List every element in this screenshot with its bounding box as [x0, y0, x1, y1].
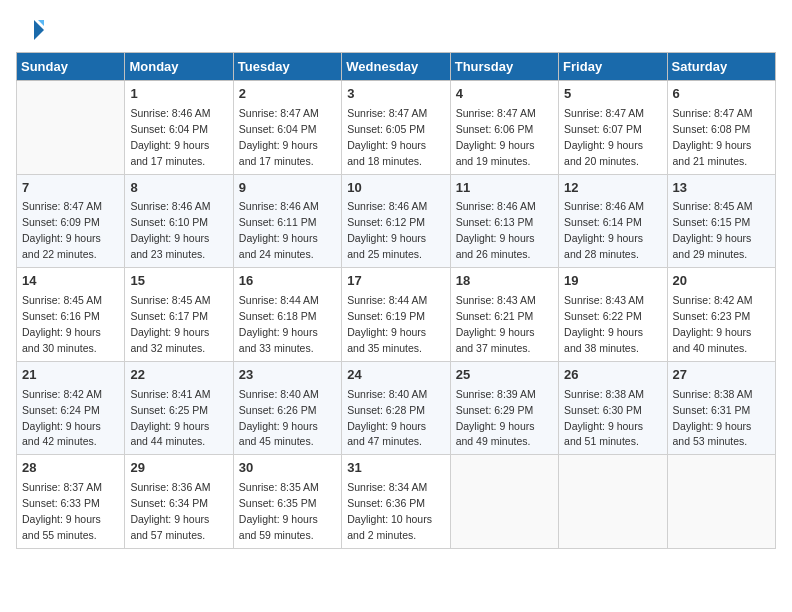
day-detail: Sunrise: 8:46 AMSunset: 6:04 PMDaylight:… — [130, 107, 210, 167]
day-detail: Sunrise: 8:44 AMSunset: 6:18 PMDaylight:… — [239, 294, 319, 354]
day-number: 11 — [456, 179, 553, 198]
calendar-cell: 3Sunrise: 8:47 AMSunset: 6:05 PMDaylight… — [342, 81, 450, 175]
day-number: 10 — [347, 179, 444, 198]
calendar-cell: 29Sunrise: 8:36 AMSunset: 6:34 PMDayligh… — [125, 455, 233, 549]
day-number: 19 — [564, 272, 661, 291]
day-detail: Sunrise: 8:41 AMSunset: 6:25 PMDaylight:… — [130, 388, 210, 448]
day-number: 24 — [347, 366, 444, 385]
day-detail: Sunrise: 8:40 AMSunset: 6:26 PMDaylight:… — [239, 388, 319, 448]
calendar-cell — [17, 81, 125, 175]
day-number: 25 — [456, 366, 553, 385]
day-number: 20 — [673, 272, 770, 291]
day-detail: Sunrise: 8:38 AMSunset: 6:30 PMDaylight:… — [564, 388, 644, 448]
calendar-cell: 14Sunrise: 8:45 AMSunset: 6:16 PMDayligh… — [17, 268, 125, 362]
day-number: 7 — [22, 179, 119, 198]
day-number: 13 — [673, 179, 770, 198]
col-header-sunday: Sunday — [17, 53, 125, 81]
day-detail: Sunrise: 8:34 AMSunset: 6:36 PMDaylight:… — [347, 481, 432, 541]
day-detail: Sunrise: 8:46 AMSunset: 6:13 PMDaylight:… — [456, 200, 536, 260]
day-detail: Sunrise: 8:47 AMSunset: 6:07 PMDaylight:… — [564, 107, 644, 167]
day-detail: Sunrise: 8:44 AMSunset: 6:19 PMDaylight:… — [347, 294, 427, 354]
day-number: 8 — [130, 179, 227, 198]
day-number: 29 — [130, 459, 227, 478]
calendar-cell: 11Sunrise: 8:46 AMSunset: 6:13 PMDayligh… — [450, 174, 558, 268]
col-header-thursday: Thursday — [450, 53, 558, 81]
day-number: 31 — [347, 459, 444, 478]
calendar-cell: 24Sunrise: 8:40 AMSunset: 6:28 PMDayligh… — [342, 361, 450, 455]
day-detail: Sunrise: 8:46 AMSunset: 6:14 PMDaylight:… — [564, 200, 644, 260]
calendar-cell: 22Sunrise: 8:41 AMSunset: 6:25 PMDayligh… — [125, 361, 233, 455]
day-detail: Sunrise: 8:43 AMSunset: 6:21 PMDaylight:… — [456, 294, 536, 354]
calendar-cell: 19Sunrise: 8:43 AMSunset: 6:22 PMDayligh… — [559, 268, 667, 362]
calendar-cell: 6Sunrise: 8:47 AMSunset: 6:08 PMDaylight… — [667, 81, 775, 175]
day-number: 28 — [22, 459, 119, 478]
calendar-cell: 31Sunrise: 8:34 AMSunset: 6:36 PMDayligh… — [342, 455, 450, 549]
logo — [16, 16, 48, 44]
calendar-cell: 5Sunrise: 8:47 AMSunset: 6:07 PMDaylight… — [559, 81, 667, 175]
page-header — [16, 16, 776, 44]
day-number: 22 — [130, 366, 227, 385]
day-detail: Sunrise: 8:47 AMSunset: 6:09 PMDaylight:… — [22, 200, 102, 260]
col-header-saturday: Saturday — [667, 53, 775, 81]
day-detail: Sunrise: 8:42 AMSunset: 6:23 PMDaylight:… — [673, 294, 753, 354]
calendar-cell — [450, 455, 558, 549]
day-detail: Sunrise: 8:47 AMSunset: 6:05 PMDaylight:… — [347, 107, 427, 167]
calendar-cell: 18Sunrise: 8:43 AMSunset: 6:21 PMDayligh… — [450, 268, 558, 362]
calendar-cell: 1Sunrise: 8:46 AMSunset: 6:04 PMDaylight… — [125, 81, 233, 175]
day-number: 21 — [22, 366, 119, 385]
day-number: 6 — [673, 85, 770, 104]
day-number: 26 — [564, 366, 661, 385]
day-number: 12 — [564, 179, 661, 198]
calendar-cell: 25Sunrise: 8:39 AMSunset: 6:29 PMDayligh… — [450, 361, 558, 455]
calendar-cell: 13Sunrise: 8:45 AMSunset: 6:15 PMDayligh… — [667, 174, 775, 268]
day-detail: Sunrise: 8:45 AMSunset: 6:17 PMDaylight:… — [130, 294, 210, 354]
day-detail: Sunrise: 8:39 AMSunset: 6:29 PMDaylight:… — [456, 388, 536, 448]
logo-icon — [16, 16, 44, 44]
day-detail: Sunrise: 8:40 AMSunset: 6:28 PMDaylight:… — [347, 388, 427, 448]
calendar-cell: 27Sunrise: 8:38 AMSunset: 6:31 PMDayligh… — [667, 361, 775, 455]
day-detail: Sunrise: 8:42 AMSunset: 6:24 PMDaylight:… — [22, 388, 102, 448]
day-number: 17 — [347, 272, 444, 291]
calendar-cell: 7Sunrise: 8:47 AMSunset: 6:09 PMDaylight… — [17, 174, 125, 268]
day-number: 30 — [239, 459, 336, 478]
day-number: 27 — [673, 366, 770, 385]
calendar-cell: 8Sunrise: 8:46 AMSunset: 6:10 PMDaylight… — [125, 174, 233, 268]
calendar-cell: 2Sunrise: 8:47 AMSunset: 6:04 PMDaylight… — [233, 81, 341, 175]
day-number: 2 — [239, 85, 336, 104]
day-detail: Sunrise: 8:45 AMSunset: 6:15 PMDaylight:… — [673, 200, 753, 260]
calendar-cell: 26Sunrise: 8:38 AMSunset: 6:30 PMDayligh… — [559, 361, 667, 455]
calendar-cell: 15Sunrise: 8:45 AMSunset: 6:17 PMDayligh… — [125, 268, 233, 362]
day-detail: Sunrise: 8:37 AMSunset: 6:33 PMDaylight:… — [22, 481, 102, 541]
calendar-cell: 30Sunrise: 8:35 AMSunset: 6:35 PMDayligh… — [233, 455, 341, 549]
day-number: 15 — [130, 272, 227, 291]
day-detail: Sunrise: 8:38 AMSunset: 6:31 PMDaylight:… — [673, 388, 753, 448]
day-number: 3 — [347, 85, 444, 104]
calendar-cell: 28Sunrise: 8:37 AMSunset: 6:33 PMDayligh… — [17, 455, 125, 549]
calendar-table: SundayMondayTuesdayWednesdayThursdayFrid… — [16, 52, 776, 549]
day-detail: Sunrise: 8:46 AMSunset: 6:10 PMDaylight:… — [130, 200, 210, 260]
calendar-cell: 17Sunrise: 8:44 AMSunset: 6:19 PMDayligh… — [342, 268, 450, 362]
day-number: 1 — [130, 85, 227, 104]
day-detail: Sunrise: 8:47 AMSunset: 6:08 PMDaylight:… — [673, 107, 753, 167]
col-header-wednesday: Wednesday — [342, 53, 450, 81]
day-detail: Sunrise: 8:46 AMSunset: 6:11 PMDaylight:… — [239, 200, 319, 260]
calendar-cell: 16Sunrise: 8:44 AMSunset: 6:18 PMDayligh… — [233, 268, 341, 362]
calendar-cell — [559, 455, 667, 549]
day-detail: Sunrise: 8:45 AMSunset: 6:16 PMDaylight:… — [22, 294, 102, 354]
day-number: 5 — [564, 85, 661, 104]
day-number: 4 — [456, 85, 553, 104]
day-detail: Sunrise: 8:36 AMSunset: 6:34 PMDaylight:… — [130, 481, 210, 541]
col-header-friday: Friday — [559, 53, 667, 81]
calendar-cell: 23Sunrise: 8:40 AMSunset: 6:26 PMDayligh… — [233, 361, 341, 455]
day-detail: Sunrise: 8:43 AMSunset: 6:22 PMDaylight:… — [564, 294, 644, 354]
calendar-cell — [667, 455, 775, 549]
calendar-cell: 4Sunrise: 8:47 AMSunset: 6:06 PMDaylight… — [450, 81, 558, 175]
day-detail: Sunrise: 8:46 AMSunset: 6:12 PMDaylight:… — [347, 200, 427, 260]
col-header-tuesday: Tuesday — [233, 53, 341, 81]
day-detail: Sunrise: 8:35 AMSunset: 6:35 PMDaylight:… — [239, 481, 319, 541]
day-number: 9 — [239, 179, 336, 198]
calendar-cell: 12Sunrise: 8:46 AMSunset: 6:14 PMDayligh… — [559, 174, 667, 268]
day-number: 18 — [456, 272, 553, 291]
calendar-cell: 21Sunrise: 8:42 AMSunset: 6:24 PMDayligh… — [17, 361, 125, 455]
day-number: 14 — [22, 272, 119, 291]
